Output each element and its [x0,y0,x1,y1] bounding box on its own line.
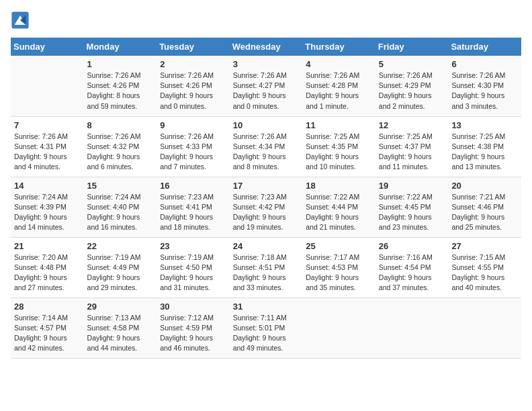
calendar-cell: 18Sunrise: 7:22 AMSunset: 4:44 PMDayligh… [302,177,375,237]
calendar-cell: 3Sunrise: 7:26 AMSunset: 4:27 PMDaylight… [230,56,303,116]
calendar-cell: 6Sunrise: 7:26 AMSunset: 4:30 PMDaylight… [448,56,521,116]
day-info: Sunrise: 7:12 AMSunset: 4:59 PMDaylight:… [160,313,226,354]
calendar-cell: 17Sunrise: 7:23 AMSunset: 4:42 PMDayligh… [230,177,303,237]
day-number: 28 [14,302,81,312]
calendar-cell: 28Sunrise: 7:14 AMSunset: 4:57 PMDayligh… [11,298,84,358]
day-number: 23 [160,241,226,251]
day-number: 18 [306,181,372,191]
calendar-cell: 21Sunrise: 7:20 AMSunset: 4:48 PMDayligh… [11,237,84,298]
calendar-cell [448,298,521,358]
header-cell-friday: Friday [375,38,449,56]
day-number: 13 [451,120,518,130]
calendar-cell [375,298,449,358]
day-info: Sunrise: 7:26 AMSunset: 4:34 PMDaylight:… [233,132,300,173]
calendar-cell: 30Sunrise: 7:12 AMSunset: 4:59 PMDayligh… [157,298,230,358]
day-info: Sunrise: 7:26 AMSunset: 4:33 PMDaylight:… [160,132,226,173]
day-info: Sunrise: 7:23 AMSunset: 4:42 PMDaylight:… [233,192,300,233]
day-number: 15 [87,181,154,191]
day-number: 1 [87,59,154,69]
calendar-cell: 5Sunrise: 7:26 AMSunset: 4:29 PMDaylight… [375,56,449,116]
day-number: 10 [233,120,300,130]
day-info: Sunrise: 7:23 AMSunset: 4:41 PMDaylight:… [160,192,226,233]
calendar-week-row: 28Sunrise: 7:14 AMSunset: 4:57 PMDayligh… [11,298,521,358]
header-cell-monday: Monday [84,38,157,56]
day-info: Sunrise: 7:26 AMSunset: 4:31 PMDaylight:… [14,132,81,173]
day-number: 4 [306,59,372,69]
calendar-cell: 4Sunrise: 7:26 AMSunset: 4:28 PMDaylight… [302,56,375,116]
calendar-cell: 19Sunrise: 7:22 AMSunset: 4:45 PMDayligh… [375,177,449,237]
day-number: 8 [87,120,154,130]
logo-icon [11,11,30,30]
header-cell-thursday: Thursday [302,38,375,56]
calendar-cell: 20Sunrise: 7:21 AMSunset: 4:46 PMDayligh… [448,177,521,237]
calendar-cell: 22Sunrise: 7:19 AMSunset: 4:49 PMDayligh… [84,237,157,298]
day-info: Sunrise: 7:26 AMSunset: 4:32 PMDaylight:… [87,132,154,173]
day-number: 3 [233,59,300,69]
calendar-week-row: 14Sunrise: 7:24 AMSunset: 4:39 PMDayligh… [11,177,521,237]
logo [11,11,32,30]
day-info: Sunrise: 7:15 AMSunset: 4:55 PMDaylight:… [451,253,518,293]
day-number: 11 [306,120,372,130]
day-info: Sunrise: 7:18 AMSunset: 4:51 PMDaylight:… [233,253,300,293]
day-info: Sunrise: 7:25 AMSunset: 4:37 PMDaylight:… [379,132,445,173]
day-number: 25 [306,241,372,251]
day-number: 12 [379,120,445,130]
day-number: 27 [451,241,518,251]
day-number: 16 [160,181,226,191]
calendar-cell: 31Sunrise: 7:11 AMSunset: 5:01 PMDayligh… [230,298,303,358]
day-number: 7 [14,120,81,130]
calendar-cell [302,298,375,358]
day-number: 9 [160,120,226,130]
day-number: 21 [14,241,81,251]
day-number: 5 [379,59,445,69]
calendar-cell: 10Sunrise: 7:26 AMSunset: 4:34 PMDayligh… [230,116,303,177]
calendar-cell: 9Sunrise: 7:26 AMSunset: 4:33 PMDaylight… [157,116,230,177]
calendar-cell [11,56,84,116]
calendar-cell: 7Sunrise: 7:26 AMSunset: 4:31 PMDaylight… [11,116,84,177]
header-cell-wednesday: Wednesday [230,38,303,56]
day-number: 19 [379,181,445,191]
day-number: 14 [14,181,81,191]
calendar-header-row: SundayMondayTuesdayWednesdayThursdayFrid… [11,38,521,56]
calendar-cell: 26Sunrise: 7:16 AMSunset: 4:54 PMDayligh… [375,237,449,298]
day-info: Sunrise: 7:26 AMSunset: 4:26 PMDaylight:… [87,71,154,111]
day-info: Sunrise: 7:26 AMSunset: 4:29 PMDaylight:… [379,71,445,111]
day-number: 2 [160,59,226,69]
day-info: Sunrise: 7:17 AMSunset: 4:53 PMDaylight:… [306,253,372,293]
day-info: Sunrise: 7:22 AMSunset: 4:44 PMDaylight:… [306,192,372,233]
calendar-cell: 29Sunrise: 7:13 AMSunset: 4:58 PMDayligh… [84,298,157,358]
calendar-cell: 14Sunrise: 7:24 AMSunset: 4:39 PMDayligh… [11,177,84,237]
day-info: Sunrise: 7:26 AMSunset: 4:26 PMDaylight:… [160,71,226,111]
calendar-week-row: 21Sunrise: 7:20 AMSunset: 4:48 PMDayligh… [11,237,521,298]
day-number: 29 [87,302,154,312]
day-info: Sunrise: 7:24 AMSunset: 4:39 PMDaylight:… [14,192,81,233]
day-number: 26 [379,241,445,251]
page-header [11,11,521,30]
day-info: Sunrise: 7:13 AMSunset: 4:58 PMDaylight:… [87,313,154,354]
header-cell-sunday: Sunday [11,38,84,56]
calendar-cell: 16Sunrise: 7:23 AMSunset: 4:41 PMDayligh… [157,177,230,237]
calendar-cell: 24Sunrise: 7:18 AMSunset: 4:51 PMDayligh… [230,237,303,298]
day-info: Sunrise: 7:19 AMSunset: 4:49 PMDaylight:… [87,253,154,293]
day-info: Sunrise: 7:19 AMSunset: 4:50 PMDaylight:… [160,253,226,293]
day-number: 17 [233,181,300,191]
calendar-cell: 12Sunrise: 7:25 AMSunset: 4:37 PMDayligh… [375,116,449,177]
day-info: Sunrise: 7:20 AMSunset: 4:48 PMDaylight:… [14,253,81,293]
calendar-cell: 13Sunrise: 7:25 AMSunset: 4:38 PMDayligh… [448,116,521,177]
day-info: Sunrise: 7:24 AMSunset: 4:40 PMDaylight:… [87,192,154,233]
day-info: Sunrise: 7:21 AMSunset: 4:46 PMDaylight:… [451,192,518,233]
day-info: Sunrise: 7:26 AMSunset: 4:27 PMDaylight:… [233,71,300,111]
header-cell-tuesday: Tuesday [157,38,230,56]
calendar-cell: 1Sunrise: 7:26 AMSunset: 4:26 PMDaylight… [84,56,157,116]
day-info: Sunrise: 7:26 AMSunset: 4:30 PMDaylight:… [451,71,518,111]
header-cell-saturday: Saturday [448,38,521,56]
day-info: Sunrise: 7:11 AMSunset: 5:01 PMDaylight:… [233,313,300,354]
day-info: Sunrise: 7:22 AMSunset: 4:45 PMDaylight:… [379,192,445,233]
calendar-cell: 23Sunrise: 7:19 AMSunset: 4:50 PMDayligh… [157,237,230,298]
calendar-cell: 27Sunrise: 7:15 AMSunset: 4:55 PMDayligh… [448,237,521,298]
day-number: 6 [451,59,518,69]
day-info: Sunrise: 7:25 AMSunset: 4:35 PMDaylight:… [306,132,372,173]
day-number: 20 [451,181,518,191]
day-number: 30 [160,302,226,312]
day-info: Sunrise: 7:26 AMSunset: 4:28 PMDaylight:… [306,71,372,111]
